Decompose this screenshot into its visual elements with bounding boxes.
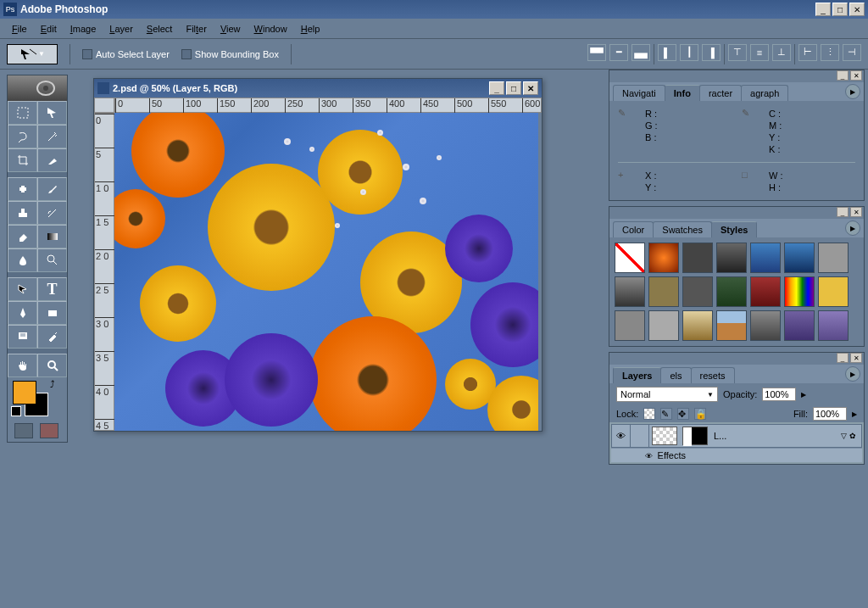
menu-window[interactable]: Window xyxy=(248,21,294,36)
align-left-icon[interactable]: ▌ xyxy=(658,44,676,61)
panel-close-button[interactable]: ✕ xyxy=(850,70,862,81)
align-bottom-icon[interactable]: ▄▄ xyxy=(632,44,650,61)
tab-layers[interactable]: Layers xyxy=(613,367,661,383)
lock-all-icon[interactable]: 🔒 xyxy=(694,408,706,420)
menu-file[interactable]: File xyxy=(5,21,34,36)
doc-maximize-button[interactable]: □ xyxy=(506,81,521,95)
gradient-tool-icon[interactable] xyxy=(37,225,67,248)
style-swatch[interactable] xyxy=(615,310,645,341)
style-swatch[interactable] xyxy=(818,310,849,341)
dist-top-icon[interactable]: ⊤ xyxy=(728,44,747,61)
style-swatch[interactable] xyxy=(648,276,679,307)
dist-vcenter-icon[interactable]: ≡ xyxy=(750,44,769,61)
panel-menu-icon[interactable]: ▶ xyxy=(845,366,860,382)
layer-link-icon[interactable] xyxy=(631,425,649,447)
tab-navigator[interactable]: Navigati xyxy=(613,85,665,101)
style-swatch[interactable] xyxy=(615,276,645,307)
panel-menu-icon[interactable]: ▶ xyxy=(845,220,860,236)
style-swatch[interactable] xyxy=(648,310,679,341)
style-swatch[interactable] xyxy=(818,243,849,273)
align-vcenter-icon[interactable]: ━ xyxy=(609,44,628,61)
lock-position-icon[interactable]: ✥ xyxy=(677,408,689,420)
layer-effects-label[interactable]: 👁 Effects xyxy=(611,448,862,462)
panel-minimize-button[interactable]: _ xyxy=(837,70,849,81)
healing-tool-icon[interactable] xyxy=(8,177,37,201)
dist-hcenter-icon[interactable]: ⋮ xyxy=(821,44,839,61)
style-none[interactable] xyxy=(615,243,645,273)
fill-flyout-icon[interactable]: ▶ xyxy=(852,410,857,418)
panel-minimize-button[interactable]: _ xyxy=(837,353,849,363)
current-tool-indicator[interactable]: ▼ xyxy=(7,44,58,64)
dodge-tool-icon[interactable] xyxy=(37,248,67,272)
menu-view[interactable]: View xyxy=(214,21,248,36)
panel-minimize-button[interactable]: _ xyxy=(837,207,849,217)
style-swatch[interactable] xyxy=(682,310,713,341)
style-swatch[interactable] xyxy=(784,243,815,273)
minimize-button[interactable]: _ xyxy=(815,3,831,16)
style-swatch[interactable] xyxy=(682,276,713,307)
dist-left-icon[interactable]: ⊢ xyxy=(798,44,817,61)
menu-filter[interactable]: Filter xyxy=(179,21,213,36)
lasso-tool-icon[interactable] xyxy=(8,125,37,148)
style-swatch[interactable] xyxy=(716,243,747,273)
doc-minimize-button[interactable]: _ xyxy=(489,81,504,95)
brush-tool-icon[interactable] xyxy=(37,177,67,201)
lock-transparent-icon[interactable] xyxy=(643,408,655,420)
foreground-color-swatch[interactable] xyxy=(13,381,36,404)
zoom-tool-icon[interactable] xyxy=(37,354,67,377)
tab-presets[interactable]: resets xyxy=(691,367,735,383)
menu-help[interactable]: Help xyxy=(294,21,327,36)
style-swatch[interactable] xyxy=(784,310,815,341)
style-swatch[interactable] xyxy=(716,276,747,307)
fill-input[interactable]: 100% xyxy=(813,407,847,421)
doc-close-button[interactable]: ✕ xyxy=(523,81,538,95)
tab-styles[interactable]: Styles xyxy=(711,221,757,237)
close-button[interactable]: ✕ xyxy=(849,3,865,16)
tab-paragraph[interactable]: agraph xyxy=(741,85,788,101)
panel-close-button[interactable]: ✕ xyxy=(850,353,862,363)
style-swatch[interactable] xyxy=(750,310,781,341)
show-bbox-checkbox[interactable]: Show Bounding Box xyxy=(181,49,279,59)
tab-channels[interactable]: els xyxy=(660,367,691,383)
marquee-tool-icon[interactable] xyxy=(8,101,37,125)
layer-effects-flyout-icon[interactable]: ▽ ✿ xyxy=(841,432,856,440)
shape-tool-icon[interactable] xyxy=(37,301,67,325)
horizontal-ruler[interactable]: 0 50 100 150 200 250 300 350 400 450 500… xyxy=(114,98,542,113)
align-right-icon[interactable]: ▐ xyxy=(702,44,721,61)
style-swatch[interactable] xyxy=(750,276,781,307)
color-swatches[interactable]: ⤴ xyxy=(8,377,67,420)
type-tool-icon[interactable]: T xyxy=(37,277,67,301)
document-titlebar[interactable]: 2.psd @ 50% (Layer 5, RGB) _ □ ✕ xyxy=(94,79,542,98)
align-hcenter-icon[interactable]: ┃ xyxy=(680,44,698,61)
standard-mode-icon[interactable] xyxy=(14,423,33,438)
quickmask-mode-icon[interactable] xyxy=(40,423,58,438)
style-swatch[interactable] xyxy=(818,276,849,307)
history-brush-tool-icon[interactable] xyxy=(37,201,67,225)
tab-swatches[interactable]: Swatches xyxy=(653,221,712,237)
align-top-icon[interactable]: ▀▀ xyxy=(587,44,606,61)
style-swatch[interactable] xyxy=(648,243,679,273)
slice-tool-icon[interactable] xyxy=(37,148,67,172)
eyedropper-tool-icon[interactable] xyxy=(37,325,67,349)
menu-select[interactable]: Select xyxy=(140,21,180,36)
wand-tool-icon[interactable] xyxy=(37,125,67,148)
blur-tool-icon[interactable] xyxy=(8,248,37,272)
canvas-image[interactable] xyxy=(114,113,538,431)
tab-character[interactable]: racter xyxy=(699,85,742,101)
layer-mask-thumbnail[interactable] xyxy=(682,427,708,445)
notes-tool-icon[interactable] xyxy=(8,325,37,349)
dist-bottom-icon[interactable]: ⊥ xyxy=(772,44,791,61)
dist-right-icon[interactable]: ⊣ xyxy=(843,44,861,61)
layer-name[interactable]: L... xyxy=(710,431,730,441)
style-swatch[interactable] xyxy=(682,243,713,273)
maximize-button[interactable]: □ xyxy=(832,3,848,16)
style-swatch[interactable] xyxy=(716,310,747,341)
swap-colors-icon[interactable]: ⤴ xyxy=(50,379,60,389)
default-colors-icon[interactable] xyxy=(11,406,21,416)
hand-tool-icon[interactable] xyxy=(8,354,37,377)
eraser-tool-icon[interactable] xyxy=(8,225,37,248)
stamp-tool-icon[interactable] xyxy=(8,201,37,225)
layer-item[interactable]: 👁 L... ▽ ✿ xyxy=(611,424,862,448)
path-select-tool-icon[interactable] xyxy=(8,277,37,301)
style-swatch[interactable] xyxy=(750,243,781,273)
